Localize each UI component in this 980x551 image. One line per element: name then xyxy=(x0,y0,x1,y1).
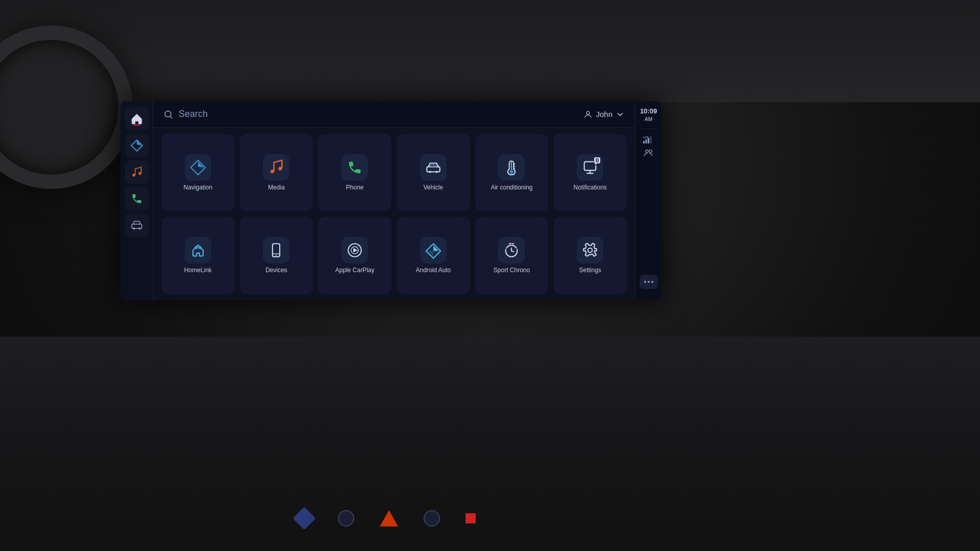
ctrl-round-2[interactable] xyxy=(424,510,440,526)
lte-icon: LTE xyxy=(643,135,654,143)
svg-point-35 xyxy=(649,150,651,153)
dashboard-bottom xyxy=(0,337,980,551)
lte-status: LTE xyxy=(643,135,654,145)
android-icon-bg xyxy=(420,237,447,263)
svg-point-21 xyxy=(276,255,277,256)
devices-label: Devices xyxy=(265,267,287,274)
vehicle-car-icon xyxy=(425,159,442,176)
vehicle-label: Vehicle xyxy=(423,184,443,191)
svg-rect-19 xyxy=(273,244,280,257)
app-grid: Navigation Media xyxy=(153,128,635,300)
search-icon xyxy=(163,109,174,119)
svg-point-9 xyxy=(429,171,431,173)
sidebar-item-media[interactable] xyxy=(125,160,149,184)
svg-rect-1 xyxy=(138,124,138,125)
settings-label: Settings xyxy=(579,267,601,274)
svg-point-34 xyxy=(645,150,648,153)
media-icon-bg xyxy=(263,154,289,181)
android-auto-icon xyxy=(425,242,442,259)
user-name: John xyxy=(596,110,612,118)
sidebar-item-vehicle[interactable] xyxy=(125,213,149,237)
chevron-down-icon xyxy=(616,110,625,119)
svg-point-5 xyxy=(138,227,140,229)
notification-count: 0 xyxy=(594,157,600,163)
devices-smartphone-icon xyxy=(267,242,285,259)
status-bar: 10:09 AM LTE xyxy=(635,101,662,300)
svg-rect-29 xyxy=(643,141,645,143)
phone-icon-bg xyxy=(341,154,368,181)
svg-point-26 xyxy=(511,244,512,245)
svg-text:LTE: LTE xyxy=(643,136,649,139)
control-strip xyxy=(296,510,476,526)
sidebar-item-home[interactable] xyxy=(125,107,149,131)
homelink-icon xyxy=(189,242,207,259)
svg-point-4 xyxy=(133,227,135,229)
more-button[interactable] xyxy=(640,275,658,289)
app-tile-vehicle[interactable]: Vehicle xyxy=(397,134,470,211)
user-info[interactable]: John xyxy=(583,110,625,119)
svg-point-10 xyxy=(435,171,437,173)
app-tile-apple-carplay[interactable]: Apple CarPlay xyxy=(318,217,391,294)
ctrl-round-1[interactable] xyxy=(338,510,354,526)
homelink-icon-bg xyxy=(185,237,211,263)
stopwatch-icon xyxy=(503,242,520,259)
devices-icon-bg xyxy=(263,237,289,263)
contacts-status xyxy=(643,149,654,158)
app-tile-phone[interactable]: Phone xyxy=(318,134,391,211)
ac-icon-bg xyxy=(498,154,525,181)
ctrl-red-btn[interactable] xyxy=(465,513,476,523)
search-label: Search xyxy=(179,109,208,119)
svg-rect-2 xyxy=(133,125,140,126)
carplay-icon-bg xyxy=(341,237,368,263)
svg-rect-32 xyxy=(650,136,651,143)
thermometer-icon xyxy=(503,159,520,176)
header: Search John xyxy=(153,101,635,128)
svg-rect-8 xyxy=(427,167,440,172)
sidebar-item-navigation[interactable] xyxy=(125,134,149,157)
notifications-icon-bg: 0 0 xyxy=(577,154,603,181)
navigation-icon xyxy=(189,159,207,176)
carplay-icon xyxy=(346,242,363,259)
search-bar[interactable]: Search xyxy=(163,109,208,119)
more-dot-1 xyxy=(644,281,646,283)
chrono-icon-bg xyxy=(498,237,525,263)
main-content: Search John xyxy=(153,101,635,300)
ctrl-diamond-blue[interactable] xyxy=(292,507,315,530)
svg-point-12 xyxy=(510,170,513,174)
gear-icon xyxy=(581,242,599,259)
vehicle-icon-bg xyxy=(420,154,447,181)
time: 10:09 xyxy=(640,107,657,116)
app-tile-media[interactable]: Media xyxy=(240,134,313,211)
android-auto-label: Android Auto xyxy=(415,267,451,274)
app-tile-navigation[interactable]: Navigation xyxy=(161,134,235,211)
app-tile-devices[interactable]: Devices xyxy=(240,217,313,294)
ctrl-warning-btn[interactable] xyxy=(380,510,398,526)
time-display: 10:09 AM xyxy=(640,107,657,123)
app-tile-sport-chrono[interactable]: Sport Chrono xyxy=(475,217,549,294)
more-dot-2 xyxy=(648,281,650,283)
app-tile-homelink[interactable]: HomeLink xyxy=(161,217,235,294)
settings-icon-bg xyxy=(577,237,603,263)
media-label: Media xyxy=(268,184,285,191)
infotainment-screen: Search John xyxy=(120,101,662,300)
homelink-label: HomeLink xyxy=(184,267,212,274)
svg-point-27 xyxy=(506,248,507,250)
app-tile-android-auto[interactable]: Android Auto xyxy=(397,217,470,294)
user-icon xyxy=(583,110,593,119)
svg-rect-30 xyxy=(645,139,647,143)
divider xyxy=(641,129,656,129)
sidebar-item-phone[interactable] xyxy=(125,187,149,210)
app-tile-settings[interactable]: Settings xyxy=(553,217,627,294)
contacts-icon xyxy=(643,149,654,157)
notifications-label: Notifications xyxy=(573,184,606,191)
app-tile-air-conditioning[interactable]: Air conditioning xyxy=(475,134,549,211)
app-tile-notifications[interactable]: 0 0 Notifications xyxy=(553,134,627,211)
svg-point-7 xyxy=(586,111,590,114)
navigation-label: Navigation xyxy=(183,184,212,191)
apple-carplay-label: Apple CarPlay xyxy=(335,267,375,274)
phone-label: Phone xyxy=(346,184,364,191)
more-dot-3 xyxy=(651,281,653,283)
svg-point-28 xyxy=(516,248,518,250)
sidebar xyxy=(120,101,153,300)
air-conditioning-label: Air conditioning xyxy=(491,184,532,191)
